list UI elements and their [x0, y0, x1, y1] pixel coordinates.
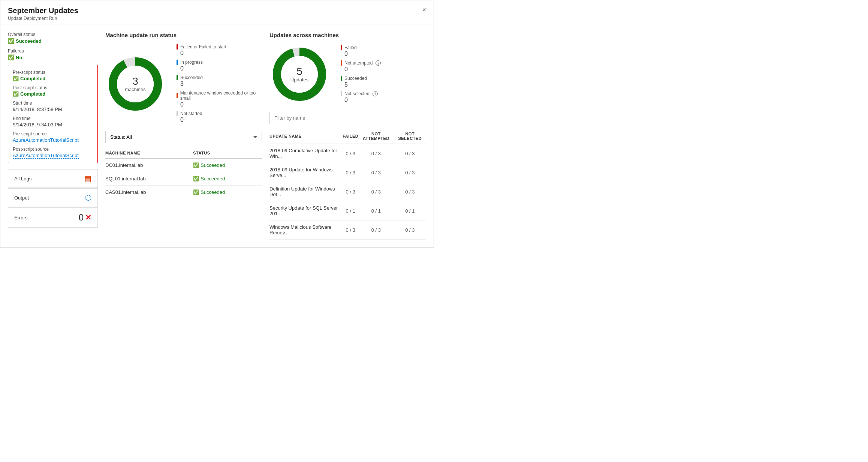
window-title: September Updates [8, 6, 78, 15]
update-not-selected-cell: 0 / 1 [394, 201, 426, 220]
pre-script-check: ✅ [13, 76, 19, 81]
legend-item-inprogress: In progress 0 [177, 60, 262, 72]
overall-status-text: Succeeded [16, 38, 42, 44]
right-panel: Updates across machines 5 Updates [269, 32, 426, 240]
succeeded-text: Succeeded [201, 176, 225, 182]
machine-status-cell: ✅ Succeeded [193, 186, 262, 199]
machine-status-cell: ✅ Succeeded [193, 172, 262, 186]
close-button[interactable]: × [422, 6, 426, 13]
not-selected-info-icon[interactable]: ℹ [373, 91, 378, 96]
legend-bar-failed [177, 44, 178, 50]
all-logs-item[interactable]: All Logs ▤ [8, 169, 98, 188]
updates-table: UPDATE NAME FAILED NOT ATTEMPTED NOT SEL… [269, 129, 426, 240]
pre-script-label: Pre-script status [13, 70, 93, 75]
legend-label-not-selected: Not selected [344, 91, 370, 96]
not-attempted-info-icon[interactable]: ℹ [376, 60, 381, 66]
machine-count: 3 [125, 76, 146, 86]
legend-label-maintenance: Maintenance window exceeded or too small [180, 90, 262, 101]
end-time-label: End time [13, 116, 93, 121]
update-name-cell: Security Update for SQL Server 201... [269, 201, 343, 220]
left-panel: Overall status ✅ Succeeded Failures ✅ No… [8, 32, 98, 240]
update-failed-cell: 0 / 3 [343, 220, 358, 240]
legend-label-succeeded-u: Succeeded [344, 76, 367, 81]
machine-panel-title: Machine update run status [105, 32, 262, 38]
update-not-attempted-cell: 0 / 1 [358, 201, 394, 220]
legend-value-not-attempted: 0 [344, 66, 381, 73]
legend-value-succeeded-u: 5 [344, 81, 381, 88]
legend-label-succeeded: Succeeded [180, 75, 203, 80]
legend-label-not-attempted: Not attempted [344, 60, 373, 66]
machine-name-cell: CAS01.internal.lab [105, 186, 193, 199]
legend-bar-maintenance [177, 93, 178, 98]
legend-bar-notstarted [177, 111, 178, 116]
legend-bar-inprogress [177, 60, 178, 65]
machine-legend: Failed or Failed to start 0 In progress … [177, 44, 262, 123]
machine-status-filter[interactable]: Status: All [105, 131, 262, 143]
succeeded-text: Succeeded [201, 189, 225, 195]
output-item[interactable]: Output ⬡ [8, 188, 98, 207]
update-name-cell: Definition Update for Windows Def... [269, 182, 343, 201]
check-icon-2: ✅ [8, 54, 14, 60]
machine-donut-center: 3 machines [125, 76, 146, 92]
pre-script-source-value: AzureAutomationTutorialScript [13, 137, 93, 143]
legend-value-inprogress: 0 [180, 65, 262, 72]
table-row: CAS01.internal.lab ✅ Succeeded [105, 186, 262, 199]
legend-value-succeeded: 3 [180, 81, 262, 87]
update-failed-cell: 0 / 3 [343, 163, 358, 182]
update-not-selected-cell: 0 / 3 [394, 220, 426, 240]
pre-script-source-link[interactable]: AzureAutomationTutorialScript [13, 137, 79, 143]
succeeded-text: Succeeded [201, 162, 225, 168]
post-script-source-link[interactable]: AzureAutomationTutorialScript [13, 153, 79, 159]
table-row: Windows Malicious Software Remov... 0 / … [269, 220, 426, 240]
updates-legend: Failed 0 Not attempted ℹ 0 [341, 45, 381, 104]
legend-value-maintenance: 0 [180, 101, 262, 108]
legend-value-not-selected: 0 [344, 97, 381, 104]
update-not-attempted-cell: 0 / 3 [358, 220, 394, 240]
pre-script-value: ✅ Completed [13, 76, 93, 81]
check-icon: ✅ [8, 38, 14, 44]
post-script-source-value: AzureAutomationTutorialScript [13, 153, 93, 158]
updates-label: Updates [290, 77, 308, 82]
legend-item-failed-u: Failed 0 [341, 45, 381, 57]
legend-item-maintenance: Maintenance window exceeded or too small… [177, 90, 262, 108]
errors-value: 0 ✕ [79, 212, 91, 223]
legend-label-inprogress: In progress [180, 60, 203, 65]
legend-item-notstarted: Not started 0 [177, 111, 262, 123]
update-not-attempted-cell: 0 / 3 [358, 182, 394, 201]
machine-chart-section: 3 machines Failed or Failed to start 0 [105, 44, 262, 123]
update-name-header: UPDATE NAME [269, 129, 343, 144]
machine-name-cell: SQL01.internal.lab [105, 172, 193, 186]
start-time-item: Start time 9/14/2018, 8:37:58 PM [13, 100, 93, 112]
post-script-item: Post-script status ✅ Completed [13, 85, 93, 97]
succeeded-check: ✅ [193, 189, 199, 195]
output-icon: ⬡ [85, 193, 91, 202]
post-script-check: ✅ [13, 91, 19, 97]
errors-item[interactable]: Errors 0 ✕ [8, 207, 98, 228]
overall-status-value: ✅ Succeeded [8, 38, 98, 44]
update-not-selected-cell: 0 / 3 [394, 163, 426, 182]
window-subtitle: Update Deployment Run [8, 16, 78, 21]
end-time-item: End time 9/14/2018, 9:34:03 PM [13, 116, 93, 128]
legend-label-failed-u: Failed [344, 45, 357, 50]
failures-text: No [16, 55, 22, 60]
legend-value-failed: 0 [180, 50, 262, 57]
legend-value-failed-u: 0 [344, 51, 381, 57]
update-failed-cell: 0 / 1 [343, 201, 358, 220]
errors-label: Errors [14, 215, 27, 220]
succeeded-check: ✅ [193, 176, 199, 182]
post-script-source-label: Post-script source [13, 147, 93, 152]
updates-filter-input[interactable] [269, 112, 426, 124]
machine-status-header: STATUS [193, 148, 262, 159]
updates-donut-center: 5 Updates [290, 66, 308, 82]
succeeded-badge: ✅ Succeeded [193, 176, 262, 182]
update-name-cell: 2018-09 Cumulative Update for Win... [269, 144, 343, 163]
update-not-attempted-cell: 0 / 3 [358, 144, 394, 163]
output-label: Output [14, 195, 29, 201]
machine-name-cell: DC01.internal.lab [105, 159, 193, 172]
legend-value-notstarted: 0 [180, 117, 262, 123]
legend-bar-not-selected [341, 91, 342, 96]
title-bar: September Updates Update Deployment Run … [0, 0, 434, 24]
table-row: DC01.internal.lab ✅ Succeeded [105, 159, 262, 172]
pre-script-source-label: Pre-script source [13, 131, 93, 136]
updates-panel-title: Updates across machines [269, 32, 426, 38]
